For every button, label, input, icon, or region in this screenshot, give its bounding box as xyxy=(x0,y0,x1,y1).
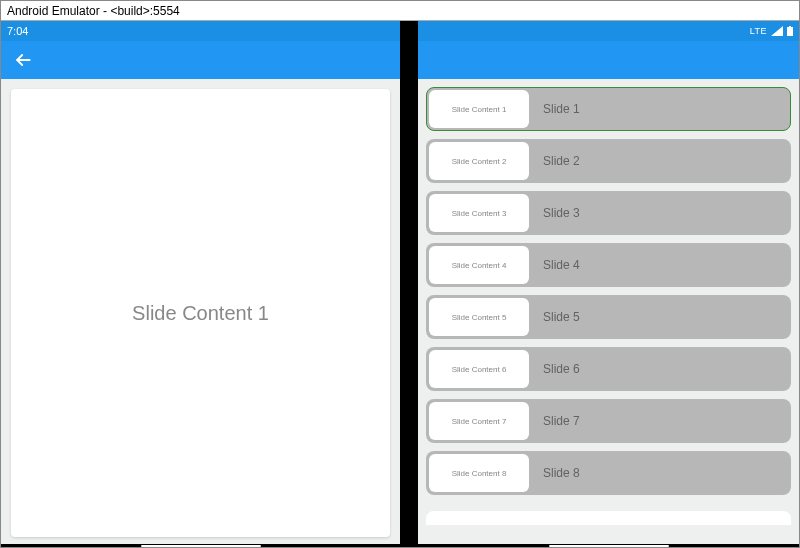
signal-icon xyxy=(771,26,783,36)
slide-label: Slide 5 xyxy=(529,296,790,338)
slide-row[interactable]: Slide Content 4Slide 4 xyxy=(426,243,791,287)
device-frame: 7:04 Slide Content 1 xyxy=(1,21,799,547)
right-pane: LTE Slide Content 1Slide 1Slide Content … xyxy=(418,21,799,547)
home-indicator-icon[interactable] xyxy=(549,545,669,547)
app-bar-left xyxy=(1,41,400,79)
main-slide-card[interactable]: Slide Content 1 xyxy=(11,89,390,537)
slide-label: Slide 7 xyxy=(529,400,790,442)
slide-thumbnail: Slide Content 1 xyxy=(429,90,529,128)
slide-thumbnail: Slide Content 7 xyxy=(429,402,529,440)
main-slide-content: Slide Content 1 xyxy=(132,302,269,325)
pane-divider xyxy=(400,21,418,547)
slide-list: Slide Content 1Slide 1Slide Content 2Sli… xyxy=(426,87,791,525)
battery-icon xyxy=(787,26,793,36)
svg-rect-1 xyxy=(787,27,793,36)
slide-thumbnail: Slide Content 2 xyxy=(429,142,529,180)
slide-row[interactable]: Slide Content 8Slide 8 xyxy=(426,451,791,495)
network-label: LTE xyxy=(750,26,767,36)
slide-label: Slide 4 xyxy=(529,244,790,286)
slide-row[interactable]: Slide Content 6Slide 6 xyxy=(426,347,791,391)
main-slide-area: Slide Content 1 xyxy=(1,79,400,547)
slide-row[interactable]: Slide Content 7Slide 7 xyxy=(426,399,791,443)
slide-list-area[interactable]: Slide Content 1Slide 1Slide Content 2Sli… xyxy=(418,79,799,547)
slide-label: Slide 8 xyxy=(529,452,790,494)
slide-row[interactable]: Slide Content 2Slide 2 xyxy=(426,139,791,183)
status-time: 7:04 xyxy=(7,25,28,37)
window-title: Android Emulator - <build>:5554 xyxy=(7,4,180,18)
status-bar-right: LTE xyxy=(418,21,799,41)
emulator-window: Android Emulator - <build>:5554 7:04 Sli… xyxy=(0,0,800,548)
status-bar: 7:04 xyxy=(1,21,400,41)
slide-thumbnail: Slide Content 5 xyxy=(429,298,529,336)
status-icons: LTE xyxy=(750,26,793,36)
app-bar-right xyxy=(418,41,799,79)
nav-bar-left xyxy=(1,544,400,547)
nav-bar-right xyxy=(418,544,799,547)
slide-label: Slide 2 xyxy=(529,140,790,182)
device-screen: 7:04 Slide Content 1 xyxy=(1,21,799,547)
slide-thumbnail: Slide Content 4 xyxy=(429,246,529,284)
svg-rect-2 xyxy=(789,26,791,27)
slide-row[interactable]: Slide Content 3Slide 3 xyxy=(426,191,791,235)
slide-label: Slide 1 xyxy=(529,88,790,130)
slide-row[interactable]: Slide Content 5Slide 5 xyxy=(426,295,791,339)
window-titlebar[interactable]: Android Emulator - <build>:5554 xyxy=(1,1,799,21)
back-button[interactable] xyxy=(11,48,35,72)
slide-thumbnail: Slide Content 3 xyxy=(429,194,529,232)
slide-thumbnail: Slide Content 6 xyxy=(429,350,529,388)
slide-label: Slide 6 xyxy=(529,348,790,390)
slide-thumbnail: Slide Content 8 xyxy=(429,454,529,492)
home-indicator-icon[interactable] xyxy=(141,545,261,547)
slide-label: Slide 3 xyxy=(529,192,790,234)
back-arrow-icon xyxy=(13,50,33,70)
slide-row[interactable]: Slide Content 1Slide 1 xyxy=(426,87,791,131)
left-pane: 7:04 Slide Content 1 xyxy=(1,21,400,547)
slide-row-partial[interactable] xyxy=(426,511,791,525)
